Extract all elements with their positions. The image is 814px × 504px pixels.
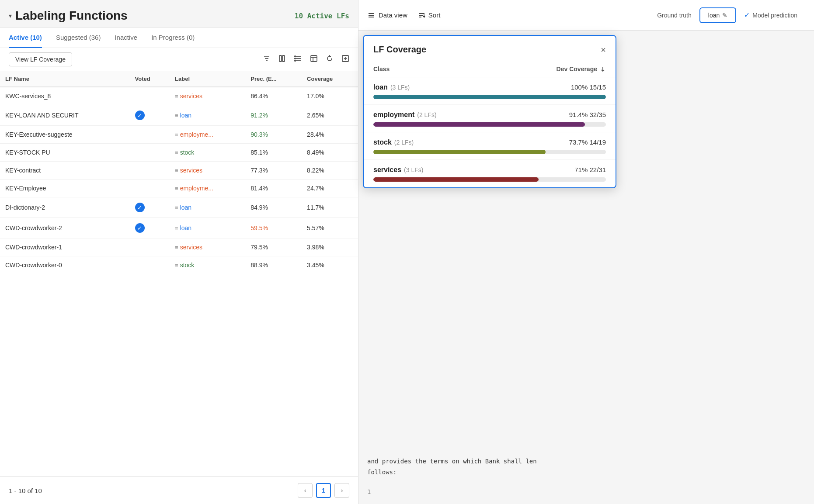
col-class-header: Class xyxy=(373,66,390,72)
coverage-cell: 11.7% xyxy=(302,197,358,218)
tabs-row: Active (10) Suggested (36) Inactive In P… xyxy=(0,28,358,48)
list-icon[interactable] xyxy=(294,55,302,65)
tab-loan[interactable]: loan ✎ xyxy=(699,7,736,23)
pagination-controls: ‹ 1 › xyxy=(298,483,349,498)
coverage-items: loan(3 LFs)100% 15/15employment(2 LFs)91… xyxy=(364,77,616,187)
table-row[interactable]: CWD-crowdworker-0≡stock88.9%3.45% xyxy=(0,256,358,274)
page-1-button[interactable]: 1 xyxy=(316,483,331,498)
lf-name-cell: KEY-Employee xyxy=(0,180,130,197)
collapse-icon[interactable]: ▾ xyxy=(9,12,12,19)
page-title: Labeling Functions xyxy=(15,9,128,23)
svg-point-9 xyxy=(295,58,296,59)
table-row[interactable]: CWD-crowdworker-1≡services79.5%3.98% xyxy=(0,238,358,256)
label-text: loan xyxy=(180,204,191,211)
coverage-stats: 73.7% 14/19 xyxy=(569,138,606,146)
right-panel: Data view Sort Ground truth loan ✎ ✓ Mod… xyxy=(358,0,814,504)
sort-button[interactable]: Sort xyxy=(418,11,441,19)
lf-name-cell: CWD-crowdworker-2 xyxy=(0,218,130,238)
prec-cell: 79.5% xyxy=(245,238,302,256)
tab-ground-truth[interactable]: Ground truth xyxy=(649,8,699,22)
lf-table-container: LF Name Voted Label Prec. (E... Coverage… xyxy=(0,71,358,476)
col-voted: Voted xyxy=(130,71,170,87)
coverage-item: services(3 LFs)71% 22/31 xyxy=(364,160,616,187)
progress-bar-fill xyxy=(373,95,606,99)
progress-bar xyxy=(373,177,606,182)
edit-icon[interactable]: ✎ xyxy=(722,12,727,19)
lf-count: (2 LFs) xyxy=(417,111,436,118)
lf-name-cell: KWC-services_8 xyxy=(0,87,130,105)
label-cell: ≡employme... xyxy=(170,126,245,144)
voted-checkmark: ✓ xyxy=(135,203,145,212)
lf-name-cell: DI-dictionary-2 xyxy=(0,197,130,218)
filter-icon[interactable] xyxy=(263,55,271,65)
tag-icon[interactable] xyxy=(310,55,318,65)
table-row[interactable]: KEY-Employee≡employme...81.4%24.7% xyxy=(0,180,358,197)
model-prediction-label: Model prediction xyxy=(752,12,797,19)
text-line-1: and provides the terms on which Bank sha… xyxy=(367,458,537,465)
prec-cell: 84.9% xyxy=(245,197,302,218)
coverage-cell: 8.49% xyxy=(302,144,358,162)
coverage-cell: 8.22% xyxy=(302,162,358,180)
svg-rect-11 xyxy=(311,55,317,62)
loan-tab-label: loan xyxy=(708,12,720,19)
tab-model-prediction[interactable]: ✓ Model prediction xyxy=(736,7,805,23)
table-row[interactable]: DI-dictionary-2✓≡loan84.9%11.7% xyxy=(0,197,358,218)
pagination-info: 1 - 10 of 10 xyxy=(9,487,42,494)
tab-active[interactable]: Active (10) xyxy=(9,28,42,48)
progress-bar xyxy=(373,122,606,127)
label-text: services xyxy=(180,167,202,174)
progress-bar-fill xyxy=(373,150,546,154)
coverage-cell: 3.45% xyxy=(302,256,358,274)
table-row[interactable]: CWD-crowdworker-2✓≡loan59.5%5.57% xyxy=(0,218,358,238)
toolbar-icons xyxy=(263,55,349,65)
table-row[interactable]: KWC-services_8≡services86.4%17.0% xyxy=(0,87,358,105)
lf-count: (2 LFs) xyxy=(394,139,414,146)
voted-cell xyxy=(130,238,170,256)
lf-title-row: ▾ Labeling Functions xyxy=(9,9,128,23)
label-text: services xyxy=(180,93,202,100)
view-lf-coverage-button[interactable]: View LF Coverage xyxy=(9,52,72,66)
svg-point-8 xyxy=(295,55,296,56)
columns-icon[interactable] xyxy=(278,55,286,65)
close-lf-coverage-button[interactable]: × xyxy=(601,45,606,54)
coverage-class-name: loan xyxy=(373,83,388,91)
voted-cell xyxy=(130,144,170,162)
tab-inactive[interactable]: Inactive xyxy=(115,28,137,48)
table-row[interactable]: KEY-STOCK PU≡stock85.1%8.49% xyxy=(0,144,358,162)
coverage-item: loan(3 LFs)100% 15/15 xyxy=(364,77,616,105)
lf-name-cell: CWD-crowdworker-0 xyxy=(0,256,130,274)
prev-page-button[interactable]: ‹ xyxy=(298,483,313,498)
col-prec: Prec. (E... xyxy=(245,71,302,87)
col-coverage: Coverage xyxy=(302,71,358,87)
lf-coverage-modal: LF Coverage × Class Dev Coverage loan(3 … xyxy=(363,35,616,188)
label-cell: ≡loan xyxy=(170,218,245,238)
text-line-2: follows: xyxy=(367,469,397,476)
table-row[interactable]: KEY-contract≡services77.3%8.22% xyxy=(0,162,358,180)
coverage-class-name: stock xyxy=(373,138,392,146)
refresh-icon[interactable] xyxy=(326,55,334,65)
col-label: Label xyxy=(170,71,245,87)
coverage-cell: 3.98% xyxy=(302,238,358,256)
label-cell: ≡loan xyxy=(170,105,245,126)
col-lf-name: LF Name xyxy=(0,71,130,87)
prec-cell: 91.2% xyxy=(245,105,302,126)
lf-name-cell: CWD-crowdworker-1 xyxy=(0,238,130,256)
export-icon[interactable] xyxy=(341,55,349,65)
tab-suggested[interactable]: Suggested (36) xyxy=(56,28,101,48)
table-row[interactable]: KEY-Executive-suggeste≡employme...90.3%2… xyxy=(0,126,358,144)
voted-cell: ✓ xyxy=(130,218,170,238)
coverage-cell: 2.65% xyxy=(302,105,358,126)
lf-name-cell: KEY-LOAN AND SECURIT xyxy=(0,105,130,126)
data-view-label: Data view xyxy=(379,11,407,19)
tab-in-progress[interactable]: In Progress (0) xyxy=(151,28,195,48)
label-cell: ≡loan xyxy=(170,197,245,218)
label-text: stock xyxy=(180,262,195,269)
next-page-button[interactable]: › xyxy=(334,483,349,498)
lf-coverage-columns: Class Dev Coverage xyxy=(364,61,616,77)
data-view-button[interactable]: Data view xyxy=(367,11,407,19)
table-row[interactable]: KEY-LOAN AND SECURIT✓≡loan91.2%2.65% xyxy=(0,105,358,126)
label-text: stock xyxy=(180,149,195,156)
lf-name-cell: KEY-STOCK PU xyxy=(0,144,130,162)
prec-cell: 59.5% xyxy=(245,218,302,238)
voted-checkmark: ✓ xyxy=(135,223,145,233)
